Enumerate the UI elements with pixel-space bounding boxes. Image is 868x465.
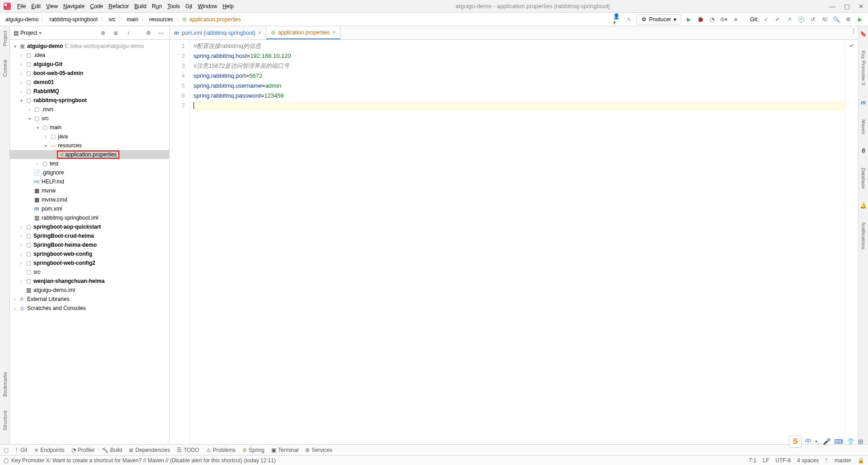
bb-profiler[interactable]: ◔Profiler	[71, 447, 95, 453]
crumb-file[interactable]: application.properties	[188, 16, 243, 23]
tree-help[interactable]: MDHELP.md	[10, 177, 169, 186]
debug-icon[interactable]: 🐞	[696, 15, 705, 24]
status-branch[interactable]: master	[835, 457, 851, 464]
menu-refactor[interactable]: Refactor	[106, 3, 132, 9]
tab-app-props[interactable]: ⊛application.properties×	[266, 26, 340, 39]
crumb-module[interactable]: rabbitmq-springboot	[47, 16, 99, 23]
search-icon[interactable]: 🔍	[832, 15, 841, 24]
tree-idea[interactable]: ›▢.idea	[10, 51, 169, 60]
bb-endpoints[interactable]: ⤭Endpoints	[34, 447, 64, 453]
bb-spring[interactable]: ⊛Spring	[242, 447, 264, 453]
tray-shirt-icon[interactable]: 👕	[847, 438, 854, 445]
collapse-icon[interactable]: ↕	[124, 28, 133, 38]
bb-todo[interactable]: ☰TODO	[177, 447, 199, 453]
project-tree[interactable]: ▾▣atguigu-demoE:\idea-workspace\atguigu-…	[10, 40, 169, 444]
tree-resources[interactable]: ▾▭resources	[10, 141, 169, 150]
rail-structure[interactable]: Structure	[2, 410, 8, 431]
tree-bootweb[interactable]: ›▢boot-web-05-admin	[10, 69, 169, 78]
bb-terminal[interactable]: ▣Terminal	[271, 447, 298, 453]
hide-icon[interactable]: ▢	[4, 447, 9, 453]
tree-main[interactable]: ▾▢main	[10, 123, 169, 132]
crumb-resources[interactable]: resources	[147, 16, 175, 23]
crumb-project[interactable]: atguigu-demo	[4, 16, 40, 23]
tray-grid-icon[interactable]: ⊞	[858, 438, 863, 445]
git-update-icon[interactable]: ✓	[761, 15, 770, 24]
tray-punc-icon[interactable]: •,	[815, 438, 819, 445]
stop-icon[interactable]: ■	[731, 15, 740, 24]
tree-wenjian[interactable]: ›▢wenjian-shangchuan-heima	[10, 277, 169, 286]
menu-git[interactable]: Git	[183, 3, 195, 9]
tree-src[interactable]: ▾▢src	[10, 114, 169, 123]
run-icon[interactable]: ▶	[684, 15, 693, 24]
status-icon[interactable]: ▢	[4, 457, 9, 464]
menu-help[interactable]: Help	[220, 3, 236, 9]
bb-deps[interactable]: ≣Dependencies	[129, 447, 170, 453]
status-lf[interactable]: LF	[763, 457, 769, 464]
tray-kbd-icon[interactable]: ⌨	[834, 438, 843, 445]
user-icon[interactable]: 👤▾	[613, 15, 622, 24]
profile-icon[interactable]: ⊚▾	[719, 15, 728, 24]
tree-rabbitmq-mod[interactable]: ›▢RabbitMQ	[10, 87, 169, 96]
git-commit-icon[interactable]: ✔	[773, 15, 782, 24]
close-icon[interactable]: ×	[258, 30, 261, 36]
tab-pom[interactable]: mpom.xml (rabbitmq-springboot)×	[170, 26, 266, 39]
menu-view[interactable]: View	[43, 3, 61, 9]
crumb-src[interactable]: src	[107, 16, 118, 23]
bb-git[interactable]: ᚶGit	[15, 447, 27, 453]
tree-demo01[interactable]: ›▢demo01	[10, 78, 169, 87]
git-rollback-icon[interactable]: ↺	[808, 15, 817, 24]
panel-title[interactable]: ▤ Project ▾	[14, 30, 42, 36]
database-icon[interactable]: 🛢	[861, 148, 866, 154]
minimize-button[interactable]: —	[829, 3, 835, 10]
tree-ext-lib[interactable]: ›⊪External Libraries	[10, 295, 169, 304]
ok-check-icon[interactable]: ✔	[849, 42, 854, 49]
tree-java[interactable]: ›▢java	[10, 132, 169, 141]
tree-rabbitmq-sb[interactable]: ▾▢rabbitmq-springboot	[10, 96, 169, 105]
tree-src2[interactable]: ▢src	[10, 268, 169, 277]
settings-icon[interactable]: ⚙	[844, 15, 853, 24]
menu-window[interactable]: Window	[195, 3, 220, 9]
tree-pom[interactable]: mpom.xml	[10, 204, 169, 213]
git-history-icon[interactable]: 🕘	[797, 15, 806, 24]
menu-tools[interactable]: Tools	[165, 3, 183, 9]
tray-cn-icon[interactable]: 中	[805, 437, 811, 446]
close-icon[interactable]: ×	[332, 29, 335, 36]
bb-build[interactable]: 🔨Build	[102, 447, 123, 453]
status-pos[interactable]: 7:1	[749, 457, 757, 464]
tree-scratch[interactable]: ›◎Scratches and Consoles	[10, 304, 169, 313]
tree-aop[interactable]: ›▢springboot-aop-quickstart	[10, 222, 169, 231]
bookmark-icon[interactable]: 🔖	[860, 31, 867, 37]
code[interactable]: #配置连接rabbitmq的信息 spring.rabbitmq.host=19…	[190, 40, 844, 444]
menu-build[interactable]: Build	[132, 3, 149, 9]
translate-icon[interactable]: ㍳	[820, 15, 829, 24]
menu-navigate[interactable]: Navigate	[61, 3, 87, 9]
tree-atguigu-git[interactable]: ›▢atguigu-Git	[10, 60, 169, 69]
maven-icon[interactable]: m	[861, 99, 866, 106]
menu-edit[interactable]: Edit	[28, 3, 43, 9]
close-button[interactable]: ✕	[858, 3, 864, 10]
rail-bookmarks[interactable]: Bookmarks	[2, 372, 8, 397]
gear-icon[interactable]: ⚙	[144, 28, 153, 38]
rail-keypromoter[interactable]: Key Promoter X	[861, 51, 866, 86]
status-indent[interactable]: 4 spaces	[797, 457, 819, 464]
rail-maven[interactable]: Maven	[861, 119, 866, 134]
menu-code[interactable]: Code	[87, 3, 106, 9]
bb-problems[interactable]: ⚠Problems	[206, 447, 236, 453]
tree-iml[interactable]: ▥rabbitmq-springboot.iml	[10, 213, 169, 222]
run-config-selector[interactable]: ⚙ Producer ▾	[637, 14, 682, 24]
target-icon[interactable]: ⊕	[99, 28, 108, 38]
tree-root[interactable]: ▾▣atguigu-demoE:\idea-workspace\atguigu-…	[10, 42, 169, 51]
tree-mvnw[interactable]: ▦mvnw	[10, 186, 169, 195]
tree-mvn[interactable]: ›▢.mvn	[10, 105, 169, 114]
lock-icon[interactable]: 🔒	[858, 457, 864, 464]
sogou-icon[interactable]: S	[789, 435, 802, 448]
expand-icon[interactable]: ≣	[111, 28, 120, 38]
crumb-main[interactable]: main	[125, 16, 140, 23]
editor[interactable]: 1234567 #配置连接rabbitmq的信息 spring.rabbitmq…	[170, 40, 858, 444]
rail-notifications[interactable]: Notifications	[861, 222, 866, 249]
tree-demo-iml[interactable]: ▥atguigu-demo.iml	[10, 286, 169, 295]
hide-icon[interactable]: —	[156, 28, 165, 38]
tree-webconfig2[interactable]: ›▢springboot-web-config2	[10, 258, 169, 268]
menu-file[interactable]: File	[14, 3, 28, 9]
tree-test[interactable]: ›▢test	[10, 159, 169, 168]
